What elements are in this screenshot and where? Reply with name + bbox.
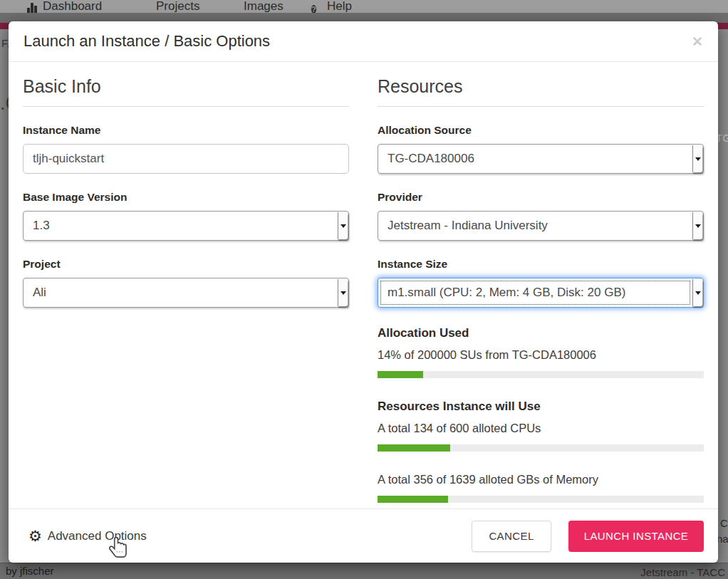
allocation-source-label: Allocation Source <box>378 124 704 137</box>
background-author-text: by jfischer <box>6 565 54 577</box>
nav-label: Projects <box>156 0 199 13</box>
advanced-options-link[interactable]: ⚙ Advanced Options <box>23 528 147 543</box>
background-text-fragment: na <box>717 533 728 545</box>
nav-label: Help <box>327 0 352 13</box>
advanced-options-label: Advanced Options <box>48 529 147 543</box>
resources-will-use-heading: Resources Instance will Use <box>378 400 704 414</box>
nav-label: Images <box>244 0 284 13</box>
allocation-used-heading: Allocation Used <box>378 326 704 340</box>
close-icon[interactable]: ✕ <box>692 35 703 48</box>
base-image-version-label: Base Image Version <box>23 191 349 204</box>
selected-value: 1.3 <box>24 219 50 233</box>
nav-item-help[interactable]: ? Help <box>311 0 352 13</box>
selected-value: TG-CDA180006 <box>378 152 474 166</box>
chevron-down-icon <box>338 212 348 239</box>
chevron-down-icon <box>692 145 702 172</box>
nav-item-projects[interactable]: Projects <box>140 0 199 13</box>
provider-label: Provider <box>378 191 704 204</box>
instance-name-label: Instance Name <box>23 124 349 137</box>
instance-size-select[interactable]: m1.small (CPU: 2, Mem: 4 GB, Disk: 20 GB… <box>378 278 704 308</box>
cpu-progressbar <box>378 444 704 452</box>
launch-instance-button[interactable]: LAUNCH INSTANCE <box>568 521 704 552</box>
launch-instance-modal: Launch an Instance / Basic Options ✕ Bas… <box>9 21 718 563</box>
selected-value: Ali <box>24 286 46 300</box>
allocation-used-progressbar <box>378 371 704 378</box>
modal-header: Launch an Instance / Basic Options ✕ <box>9 21 718 62</box>
provider-select[interactable]: Jetstream - Indiana University <box>378 211 704 241</box>
progress-fill <box>378 371 423 378</box>
selected-value: m1.small (CPU: 2, Mem: 4 GB, Disk: 20 GB… <box>378 286 625 300</box>
project-select[interactable]: Ali <box>23 278 349 308</box>
background-footer-strip <box>0 563 728 579</box>
memory-progressbar <box>378 496 704 503</box>
nav-item-images[interactable]: Images <box>228 0 284 13</box>
background-provider-text: Jetstream - TACC <box>640 566 725 578</box>
resources-heading: Resources <box>378 71 704 107</box>
chevron-down-icon <box>692 212 702 239</box>
resources-section: Resources Allocation Source TG-CDA180006… <box>378 71 704 503</box>
nav-item-dashboard[interactable]: Dashboard <box>27 0 102 13</box>
memory-usage-text: A total 356 of 1639 alloted GBs of Memor… <box>378 473 704 486</box>
progress-fill <box>378 444 450 452</box>
bar-chart-icon <box>27 2 38 13</box>
project-label: Project <box>23 258 349 271</box>
modal-footer: ⚙ Advanced Options CANCEL LAUNCH INSTANC… <box>9 508 718 563</box>
basic-info-section: Basic Info Instance Name Base Image Vers… <box>23 71 349 503</box>
nav-label: Dashboard <box>43 0 102 13</box>
basic-info-heading: Basic Info <box>23 71 349 107</box>
chevron-down-icon <box>692 279 702 306</box>
instance-size-label: Instance Size <box>378 258 704 271</box>
modal-title: Launch an Instance / Basic Options <box>24 32 270 51</box>
chevron-down-icon <box>338 279 348 306</box>
background-text-fragment: C <box>720 517 728 529</box>
top-navbar: Dashboard Projects Images ? Help <box>0 0 728 13</box>
selected-value: Jetstream - Indiana University <box>378 219 548 233</box>
base-image-version-select[interactable]: 1.3 <box>23 211 349 241</box>
progress-fill <box>378 496 448 503</box>
instance-name-input[interactable] <box>23 144 349 174</box>
allocation-source-select[interactable]: TG-CDA180006 <box>378 144 704 174</box>
allocation-used-text: 14% of 200000 SUs from TG-CDA180006 <box>378 348 704 362</box>
cpu-usage-text: A total 134 of 600 alloted CPUs <box>378 422 704 435</box>
gear-icon: ⚙ <box>28 528 42 543</box>
cancel-button[interactable]: CANCEL <box>472 521 551 552</box>
question-icon: ? <box>311 5 316 13</box>
